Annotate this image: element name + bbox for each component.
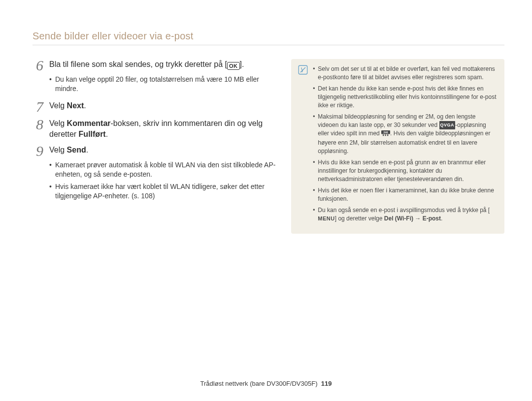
- svg-rect-3: [383, 134, 384, 136]
- list-item: Hvis du ikke kan sende en e-post på grun…: [313, 158, 498, 184]
- svg-rect-4: [385, 134, 386, 136]
- page-number: 119: [321, 380, 332, 387]
- step-9-bold: Send: [67, 146, 86, 154]
- step-number: 6: [33, 59, 43, 72]
- step-8: 8 Velg Kommentar-boksen, skriv inn komme…: [33, 118, 283, 140]
- note-6-post: .: [441, 215, 442, 222]
- list-item: Det kan hende du ikke kan sende e-post h…: [313, 85, 498, 110]
- step-7-text: Velg: [49, 101, 67, 110]
- step-7: 7 Velg Next.: [33, 100, 283, 113]
- right-column: Selv om det ser ut til at et bilde er ov…: [291, 59, 504, 234]
- step-7-after: .: [84, 101, 86, 110]
- page-title: Sende bilder eller videoer via e-post: [33, 31, 504, 42]
- step-6-text-after: ].: [240, 60, 244, 68]
- ok-icon: OK: [227, 62, 240, 70]
- list-item: Kameraet prøver automatisk å koble til W…: [49, 160, 283, 179]
- note-6-pre: Du kan også sende en e-post i avspilling…: [318, 207, 490, 214]
- svg-text:240: 240: [384, 131, 388, 134]
- badge-240-icon: 240: [381, 130, 390, 139]
- note-box: Selv om det ser ut til at et bilde er ov…: [291, 59, 504, 234]
- footer-line: Trådløst nettverk (bare DV300F/DV305F): [200, 380, 318, 387]
- title-rule: [33, 45, 504, 45]
- note-icon: [298, 65, 308, 226]
- step-6-text-before: Bla til filene som skal sendes, og trykk…: [49, 60, 227, 68]
- step-9-body: Velg Send.: [49, 145, 88, 155]
- left-column: 6 Bla til filene som skal sendes, og try…: [33, 59, 283, 208]
- qvga-icon: QVGA: [439, 121, 456, 129]
- step-6-body: Bla til filene som skal sendes, og trykk…: [49, 59, 244, 70]
- list-item: Maksimal bildeoppløsning for sending er …: [313, 113, 498, 155]
- list-item: Hvis det ikke er noen filer i kameraminn…: [313, 186, 498, 203]
- step-7-body: Velg Next.: [49, 100, 86, 111]
- step-number: 8: [33, 118, 43, 131]
- step-8-bold-b: Fullført: [79, 130, 106, 138]
- step-8-after: .: [106, 130, 108, 138]
- list-item: Du kan også sende en e-post i avspilling…: [313, 206, 498, 223]
- note-6-bold: Del (Wi-Fi) → E-post: [384, 215, 441, 222]
- step-8-text-a: Velg: [49, 119, 67, 127]
- note-6-mid: ] og deretter velge: [335, 215, 384, 222]
- list-item: Du kan velge opptil 20 filer, og totalst…: [49, 75, 283, 93]
- step-6-bullets: Du kan velge opptil 20 filer, og totalst…: [33, 75, 283, 93]
- step-9-after: .: [86, 146, 88, 154]
- step-8-bold-a: Kommentar: [67, 119, 111, 127]
- step-9-bullets: Kameraet prøver automatisk å koble til W…: [33, 160, 283, 201]
- step-6: 6 Bla til filene som skal sendes, og try…: [33, 59, 283, 72]
- step-9-text: Velg: [49, 146, 67, 154]
- step-number: 7: [33, 100, 43, 113]
- content-columns: 6 Bla til filene som skal sendes, og try…: [33, 59, 504, 234]
- list-item: Hvis kameraet ikke har vært koblet til W…: [49, 182, 283, 201]
- list-item: Selv om det ser ut til at et bilde er ov…: [313, 65, 498, 82]
- step-8-body: Velg Kommentar-boksen, skriv inn komment…: [49, 118, 283, 140]
- step-9: 9 Velg Send.: [33, 145, 283, 157]
- step-number: 9: [33, 145, 43, 157]
- note-list: Selv om det ser ut til at et bilde er ov…: [313, 65, 498, 226]
- menu-icon: MENU: [318, 215, 334, 223]
- svg-rect-5: [387, 134, 388, 136]
- page-footer: Trådløst nettverk (bare DV300F/DV305F) 1…: [0, 380, 532, 387]
- step-7-bold: Next: [67, 101, 84, 110]
